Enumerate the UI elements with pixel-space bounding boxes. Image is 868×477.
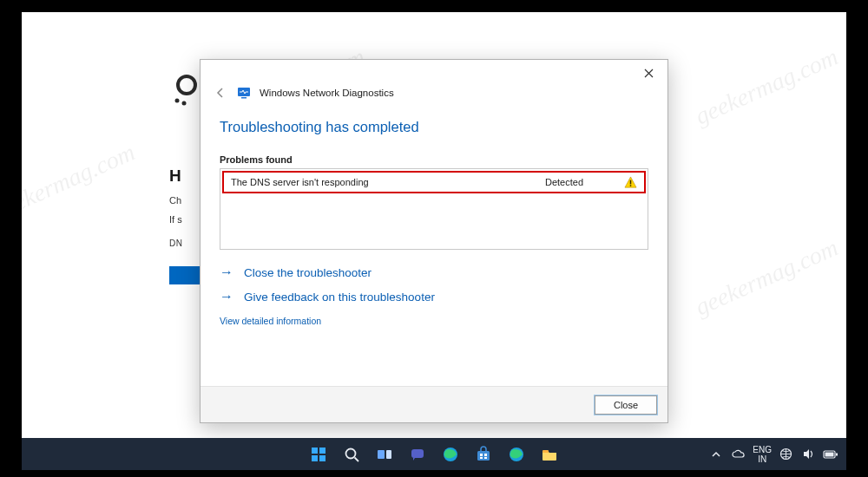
screen-root: H Ch If s DN geekermag.com geekermag.com… — [0, 0, 868, 477]
svg-point-1 — [175, 99, 180, 103]
volume-icon[interactable] — [799, 441, 817, 468]
network-icon[interactable] — [777, 441, 794, 468]
svg-rect-27 — [825, 452, 834, 456]
language-indicator[interactable]: ENG IN — [753, 445, 772, 464]
arrow-right-icon: → — [220, 290, 233, 304]
svg-rect-21 — [484, 457, 487, 459]
give-feedback-label: Give feedback on this troubleshooter — [244, 291, 435, 304]
svg-rect-17 — [477, 451, 490, 461]
close-troubleshooter-label: Close the troubleshooter — [244, 266, 372, 279]
svg-rect-5 — [629, 180, 631, 184]
lang-top: ENG — [753, 445, 772, 454]
onedrive-icon[interactable] — [730, 441, 747, 468]
svg-rect-4 — [241, 97, 247, 99]
problem-text: The DNS server isn't responding — [231, 177, 545, 187]
tray-chevron-icon[interactable] — [707, 441, 725, 468]
status-heading: Troubleshooting has completed — [220, 119, 648, 135]
lang-bottom: IN — [753, 454, 772, 464]
troubleshooter-dialog: Windows Network Diagnostics Troubleshoot… — [200, 59, 668, 423]
svg-point-0 — [178, 76, 195, 94]
watermark: geekermag.com — [691, 233, 842, 321]
close-troubleshooter-link[interactable]: → Close the troubleshooter — [220, 265, 372, 279]
diagnostics-icon — [237, 86, 251, 100]
svg-rect-26 — [836, 453, 838, 455]
arrow-right-icon: → — [220, 265, 233, 279]
taskbar-center — [305, 441, 563, 468]
dialog-actions: → Close the troubleshooter → Give feedba… — [220, 265, 648, 304]
watermark: geekermag.com — [691, 42, 842, 130]
warning-icon — [623, 175, 637, 189]
start-icon[interactable] — [305, 441, 332, 468]
page-primary-button-partial[interactable] — [169, 266, 200, 284]
svg-point-11 — [346, 448, 356, 458]
edge-icon[interactable] — [437, 441, 464, 468]
svg-rect-7 — [312, 448, 318, 454]
close-icon[interactable] — [635, 63, 662, 82]
search-icon[interactable] — [338, 441, 365, 468]
battery-icon[interactable] — [822, 441, 839, 468]
taskview-icon[interactable] — [371, 441, 398, 468]
watermark: geekermag.com — [22, 138, 139, 225]
svg-rect-23 — [542, 450, 549, 453]
svg-rect-13 — [378, 450, 385, 459]
view-detailed-info-link[interactable]: View detailed information — [220, 316, 321, 326]
dialog-titlebar — [201, 60, 667, 86]
dialog-title: Windows Network Diagnostics — [260, 88, 394, 98]
taskbar: ENG IN — [22, 438, 846, 470]
svg-line-12 — [355, 457, 359, 461]
taskbar-tray: ENG IN — [707, 438, 839, 470]
svg-rect-20 — [480, 457, 483, 459]
give-feedback-link[interactable]: → Give feedback on this troubleshooter — [220, 290, 435, 304]
close-button[interactable]: Close — [595, 395, 657, 415]
dialog-footer: Close — [201, 386, 667, 422]
back-arrow-icon[interactable] — [213, 87, 228, 99]
problems-list: The DNS server isn't responding Detected — [220, 168, 648, 250]
problem-row[interactable]: The DNS server isn't responding Detected — [222, 171, 646, 193]
dialog-body: Troubleshooting has completed Problems f… — [201, 103, 667, 386]
svg-rect-19 — [484, 454, 487, 456]
svg-rect-9 — [312, 455, 318, 461]
chat-icon[interactable] — [404, 441, 431, 468]
svg-rect-10 — [319, 455, 326, 461]
svg-rect-8 — [319, 448, 326, 454]
svg-rect-15 — [411, 449, 424, 458]
problem-status: Detected — [545, 177, 623, 187]
dialog-header: Windows Network Diagnostics — [201, 86, 667, 103]
store-icon[interactable] — [470, 441, 497, 468]
edge2-icon[interactable] — [503, 441, 530, 468]
svg-rect-18 — [480, 454, 483, 456]
svg-rect-14 — [386, 450, 391, 459]
problems-label: Problems found — [220, 154, 648, 165]
svg-rect-6 — [629, 185, 631, 186]
svg-point-2 — [182, 101, 187, 106]
explorer-icon[interactable] — [536, 441, 563, 468]
